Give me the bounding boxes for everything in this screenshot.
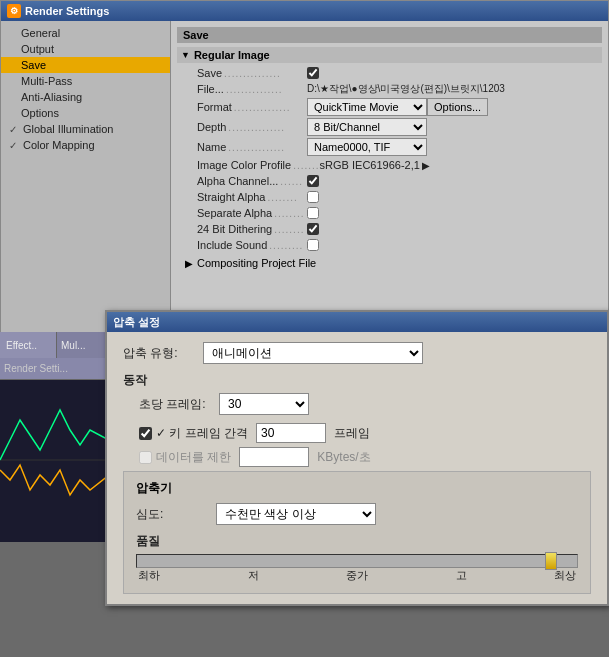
keyframe-row: ✓ 키 프레임 간격 프레임 — [123, 423, 591, 443]
field-row-depth: Depth ............... 8 Bit/Channel — [177, 117, 602, 137]
window-title: Render Settings — [25, 5, 109, 17]
dialog-title: 압축 설정 — [113, 315, 160, 330]
field-label-straight-alpha: Straight Alpha ........ — [197, 191, 307, 203]
separate-alpha-checkbox[interactable] — [307, 207, 319, 219]
dithering-checkbox[interactable] — [307, 223, 319, 235]
field-row-image-color-profile: Image Color Profile ....... sRGB IEC6196… — [177, 157, 602, 173]
field-label-alpha-channel: Alpha Channel... ...... — [197, 175, 307, 187]
straight-alpha-checkbox[interactable] — [307, 191, 319, 203]
depth-select[interactable]: 8 Bit/Channel — [307, 118, 427, 136]
section-title: Save — [177, 27, 602, 43]
effect-panel: Effect.. Mul... Render Setti... — [0, 332, 109, 542]
check-icon: ✓ — [9, 124, 21, 135]
sidebar-item-multipass[interactable]: Multi-Pass — [1, 73, 170, 89]
data-limit-input[interactable] — [239, 447, 309, 467]
keyframe-label: ✓ 키 프레임 간격 — [156, 425, 248, 442]
sidebar-item-save[interactable]: Save — [1, 57, 170, 73]
app-icon: ⚙ — [7, 4, 21, 18]
field-label-depth: Depth ............... — [197, 121, 307, 133]
codec-select[interactable]: 애니메이션 — [203, 342, 423, 364]
check-icon: ✓ — [9, 140, 21, 151]
quality-section: 품질 최하 저 중가 고 최상 — [136, 533, 578, 583]
file-path-value: D:\★작업\●영상\미국영상(편집)\브릿지\1203 — [307, 82, 505, 96]
quality-high: 고 — [456, 568, 467, 583]
field-label-separate-alpha: Separate Alpha ........ — [197, 207, 307, 219]
sidebar-item-global-illumination[interactable]: ✓ Global Illumination — [1, 121, 170, 137]
data-limit-checkbox[interactable] — [139, 451, 152, 464]
fps-label: 초당 프레임: — [139, 396, 219, 413]
expand-icon[interactable]: ▼ — [181, 50, 190, 60]
field-label-save: Save ............... — [197, 67, 307, 79]
quality-slider-track — [136, 554, 578, 568]
quality-mid: 중가 — [346, 568, 368, 583]
name-select[interactable]: Name0000, TIF — [307, 138, 427, 156]
sidebar-item-general[interactable]: General — [1, 25, 170, 41]
field-label-name: Name ............... — [197, 141, 307, 153]
depth-label: 심도: — [136, 506, 216, 523]
options-button[interactable]: Options... — [427, 98, 488, 116]
fps-select[interactable]: 30 — [219, 393, 309, 415]
save-checkbox[interactable] — [307, 67, 319, 79]
fps-row: 초당 프레임: 30 — [123, 393, 591, 415]
field-row-name: Name ............... Name0000, TIF — [177, 137, 602, 157]
quality-min: 최하 — [138, 568, 160, 583]
dialog-body: 압축 유형: 애니메이션 동작 초당 프레임: 30 ✓ 키 프레임 간격 프레… — [107, 332, 607, 604]
field-row-save: Save ............... — [177, 65, 602, 81]
compressor-section-title: 압축기 — [136, 480, 578, 497]
field-row-dithering: 24 Bit Dithering ........ — [177, 221, 602, 237]
codec-row: 압축 유형: 애니메이션 — [123, 342, 591, 364]
field-label-dithering: 24 Bit Dithering ........ — [197, 223, 307, 235]
render-settings-sub-tab[interactable]: Render Setti... — [0, 358, 109, 380]
wave-svg — [0, 380, 109, 540]
quality-low: 저 — [248, 568, 259, 583]
quality-slider-thumb[interactable] — [545, 552, 557, 570]
compositing-row: ▶ Compositing Project File — [177, 255, 602, 271]
field-label-file: File... ............... — [197, 83, 307, 95]
subsection-regular-image: ▼ Regular Image — [177, 47, 602, 63]
effect-tab[interactable]: Effect.. — [0, 332, 57, 358]
effect-tabs-row: Effect.. Mul... — [0, 332, 109, 358]
depth-select-dialog[interactable]: 수천만 색상 이상 — [216, 503, 376, 525]
include-sound-checkbox[interactable] — [307, 239, 319, 251]
depth-row: 심도: 수천만 색상 이상 — [136, 503, 578, 525]
compositing-arrow[interactable]: ▶ — [185, 258, 193, 269]
sidebar-item-options[interactable]: Options — [1, 105, 170, 121]
alpha-channel-checkbox[interactable] — [307, 175, 319, 187]
data-limit-label: 데이터를 제한 — [156, 449, 231, 466]
field-row-straight-alpha: Straight Alpha ........ — [177, 189, 602, 205]
multi-tab[interactable]: Mul... — [57, 332, 109, 358]
quality-max: 최상 — [554, 568, 576, 583]
codec-label: 압축 유형: — [123, 345, 203, 362]
keyframe-input[interactable] — [256, 423, 326, 443]
field-row-separate-alpha: Separate Alpha ........ — [177, 205, 602, 221]
compression-dialog: 압축 설정 압축 유형: 애니메이션 동작 초당 프레임: 30 ✓ 키 프레임… — [105, 310, 609, 606]
keyframe-unit: 프레임 — [334, 425, 370, 442]
wave-graph — [0, 380, 109, 542]
field-row-file: File... ............... D:\★작업\●영상\미국영상(… — [177, 81, 602, 97]
color-profile-value: sRGB IEC61966-2,1 ▶ — [320, 159, 430, 171]
keyframe-checkbox[interactable] — [139, 427, 152, 440]
motion-section-label: 동작 — [123, 372, 591, 389]
field-row-include-sound: Include Sound ......... — [177, 237, 602, 253]
dialog-title-bar: 압축 설정 — [107, 312, 607, 332]
color-profile-arrow[interactable]: ▶ — [422, 160, 430, 171]
compress-section: 압축기 심도: 수천만 색상 이상 품질 최하 저 중가 고 — [123, 471, 591, 594]
field-row-format: Format ............... QuickTime Movie O… — [177, 97, 602, 117]
compositing-label: Compositing Project File — [197, 257, 316, 269]
field-label-include-sound: Include Sound ......... — [197, 239, 307, 251]
quality-label: 품질 — [136, 533, 578, 550]
title-bar: ⚙ Render Settings — [1, 1, 608, 21]
quality-labels: 최하 저 중가 고 최상 — [136, 568, 578, 583]
format-select[interactable]: QuickTime Movie — [307, 98, 427, 116]
sidebar-item-output[interactable]: Output — [1, 41, 170, 57]
sidebar-item-antialiasing[interactable]: Anti-Aliasing — [1, 89, 170, 105]
field-row-alpha-channel: Alpha Channel... ...... — [177, 173, 602, 189]
data-limit-unit: KBytes/초 — [317, 449, 370, 466]
field-label-format: Format ............... — [197, 101, 307, 113]
sidebar-item-color-mapping[interactable]: ✓ Color Mapping — [1, 137, 170, 153]
field-label-image-color-profile: Image Color Profile ....... — [197, 159, 320, 171]
data-limit-row: 데이터를 제한 KBytes/초 — [123, 447, 591, 467]
